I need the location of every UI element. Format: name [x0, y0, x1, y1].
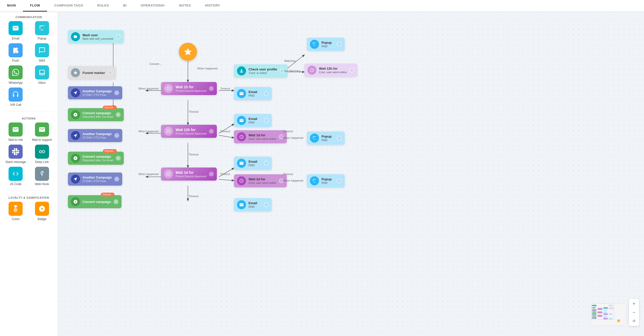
- sidebar-item-popup[interactable]: Popup: [30, 21, 54, 40]
- zoom-in-button[interactable]: +: [630, 300, 638, 308]
- wait12h-icon: [164, 127, 173, 136]
- tab-operations[interactable]: OPERATIONS: [134, 0, 172, 12]
- sidebar-item-coins[interactable]: Coins: [4, 202, 27, 221]
- tab-bi[interactable]: BI: [116, 0, 134, 12]
- label-when-1: When happened: [138, 87, 159, 90]
- wait12h-content: Wait 12h for Pronet Deposit Approved: [176, 128, 206, 135]
- whatsapp-label: WhatsApp: [9, 81, 23, 85]
- email-label: Email: [12, 37, 19, 40]
- tab-rules[interactable]: RULES: [90, 0, 116, 12]
- inbox-icon: [35, 65, 49, 79]
- node-wait-1d-online-1[interactable]: Wait 1d for Core: user went online ⓘ: [234, 130, 287, 143]
- sidebar-item-webhook[interactable]: Web Hook: [30, 167, 54, 186]
- flow-canvas[interactable]: Mark user Mark with self_converted ⓘ Fun…: [58, 12, 644, 336]
- tab-history[interactable]: HISTORY: [198, 0, 227, 12]
- zoom-out-button[interactable]: −: [630, 308, 638, 316]
- sidebar-item-slack[interactable]: Slack message: [4, 145, 27, 164]
- wait1d-online2-content: Wait 1d for Core: user went online: [249, 177, 276, 184]
- sidebar-item-mail-to-support[interactable]: Mail to support: [30, 122, 54, 142]
- node-check-user[interactable]: Check user profile 'Core: is online' ⓘ: [234, 64, 288, 77]
- zoom-reset-button[interactable]: ↺: [630, 317, 638, 325]
- sidebar-item-ivrcall[interactable]: IVR Call: [4, 88, 27, 107]
- email3-info[interactable]: ⓘ: [264, 161, 269, 166]
- check-user-info[interactable]: ⓘ: [279, 68, 285, 73]
- convert1-info[interactable]: ⓘ: [116, 112, 121, 117]
- popup3-info[interactable]: ⓘ: [337, 178, 342, 183]
- convert2-title: Convert campaign: [83, 155, 113, 158]
- node-another-campaign-2[interactable]: Another Campaign 271564 \ FTD Flow ⓘ: [68, 129, 122, 142]
- sidebar-item-push[interactable]: Push: [4, 43, 27, 62]
- email1-icon: [237, 89, 246, 98]
- node-email-4[interactable]: Email RND ⓘ: [234, 198, 272, 211]
- funnel-info[interactable]: ⓘ: [108, 70, 113, 75]
- email4-title: Email: [249, 201, 261, 205]
- slack-label: Slack message: [6, 160, 26, 164]
- popup2-info[interactable]: ⓘ: [337, 136, 342, 141]
- node-wait-12h[interactable]: Wait 12h for Pronet Deposit Approved ⓘ: [161, 125, 217, 138]
- wait12h-right-title: Wait 12h for: [319, 67, 347, 70]
- email4-info[interactable]: ⓘ: [264, 202, 269, 207]
- label-when-popup2: When happened: [283, 179, 303, 182]
- node-another-campaign-1[interactable]: Another Campaign 271564 \ FTD Flow ⓘ: [68, 86, 122, 99]
- email4-content: Email RND: [249, 201, 261, 208]
- tab-notes[interactable]: NOTES: [172, 0, 198, 12]
- svg-rect-27: [603, 310, 607, 311]
- node-convert-1[interactable]: Convert campaign Deposited after 1st ema…: [68, 108, 124, 121]
- another2-info[interactable]: ⓘ: [114, 133, 119, 138]
- tab-flow[interactable]: FLOW: [23, 0, 47, 12]
- webhook-label: Web Hook: [35, 182, 49, 186]
- wait1d-info[interactable]: ⓘ: [209, 172, 214, 177]
- sidebar-item-email[interactable]: Email: [4, 21, 27, 40]
- another1-info[interactable]: ⓘ: [114, 90, 119, 95]
- push-icon: [9, 43, 23, 57]
- node-convert-2[interactable]: Convert campaign Deposited after 1st ema…: [68, 152, 124, 165]
- sidebar-item-deeplink[interactable]: Deep Link: [30, 145, 54, 164]
- wait12h-right-info[interactable]: ⓘ: [349, 68, 354, 73]
- sidebar-item-sms[interactable]: SMS: [30, 43, 54, 62]
- node-convert-3[interactable]: Convert campaign ⓘ Deposit...: [68, 195, 122, 208]
- node-wait-1d-online-2[interactable]: Wait 1d for Core: user went online ⓘ: [234, 174, 287, 187]
- node-wait-1d-main[interactable]: Wait 1d for Pronet Deposit Approved ⓘ: [161, 167, 217, 181]
- another2-content: Another Campaign 271564 \ FTD Flow: [83, 132, 112, 139]
- node-funnel-marker[interactable]: Funnel marker ⓘ: [68, 66, 116, 79]
- label-when-popup1: When happened: [283, 136, 303, 139]
- divider-2: [4, 190, 54, 191]
- mail-risk-label: Mail to risk: [9, 138, 23, 142]
- node-popup-3[interactable]: Popup RND ⓘ: [307, 174, 345, 187]
- sidebar-item-badge[interactable]: Badge: [30, 202, 54, 221]
- sidebar-item-whatsapp[interactable]: WhatsApp: [4, 65, 27, 85]
- sidebar-item-jscode[interactable]: JS Code: [4, 167, 27, 186]
- tab-campaign-tags[interactable]: CAMPAIGN TAGS: [47, 0, 90, 12]
- email2-info[interactable]: ⓘ: [264, 118, 269, 123]
- node-wait-12h-right[interactable]: Wait 12h for Core: user went online ⓘ: [304, 64, 357, 77]
- svg-rect-20: [592, 313, 597, 315]
- wait12h-info[interactable]: ⓘ: [209, 129, 214, 134]
- wait1h-info[interactable]: ⓘ: [209, 86, 214, 91]
- mark-user-info[interactable]: ⓘ: [116, 34, 121, 39]
- start-node[interactable]: [179, 43, 197, 61]
- email1-info[interactable]: ⓘ: [264, 91, 269, 96]
- another3-info[interactable]: ⓘ: [114, 177, 119, 182]
- another3-title: Another Campaign: [83, 176, 112, 179]
- node-popup-1[interactable]: Popup RND ⓘ: [307, 38, 345, 51]
- canvas-inner: Mark user Mark with self_converted ⓘ Fun…: [63, 17, 465, 243]
- node-mark-user[interactable]: Mark user Mark with self_converted ⓘ: [68, 30, 124, 43]
- popup1-info[interactable]: ⓘ: [337, 42, 342, 47]
- convert3-info[interactable]: ⓘ: [113, 199, 118, 204]
- node-email-2[interactable]: Email RND ⓘ: [234, 114, 272, 127]
- popup3-subtitle: RND: [321, 181, 334, 184]
- another3-icon: [71, 175, 80, 184]
- wait12h-title: Wait 12h for: [176, 128, 206, 132]
- email3-icon: [237, 159, 246, 168]
- tab-main[interactable]: MAIN: [0, 0, 23, 12]
- sidebar-item-inbox[interactable]: Inbox: [30, 65, 54, 85]
- node-email-1[interactable]: Email RND ⓘ: [234, 87, 272, 100]
- convert2-info[interactable]: ⓘ: [116, 156, 121, 161]
- node-another-campaign-3[interactable]: Another Campaign 271564 \ FTD Flow ⓘ: [68, 173, 122, 186]
- sidebar-item-mail-to-risk[interactable]: Mail to risk: [4, 122, 27, 142]
- node-email-3[interactable]: Email RND ⓘ: [234, 157, 272, 170]
- wait12h-right-subtitle: Core: user went online: [319, 71, 347, 74]
- node-popup-2[interactable]: Popup RND ⓘ: [307, 132, 345, 145]
- node-wait-1h[interactable]: Wait 1h for Pronet Deposit Approved ⓘ: [161, 82, 217, 95]
- another2-title: Another Campaign: [83, 132, 112, 136]
